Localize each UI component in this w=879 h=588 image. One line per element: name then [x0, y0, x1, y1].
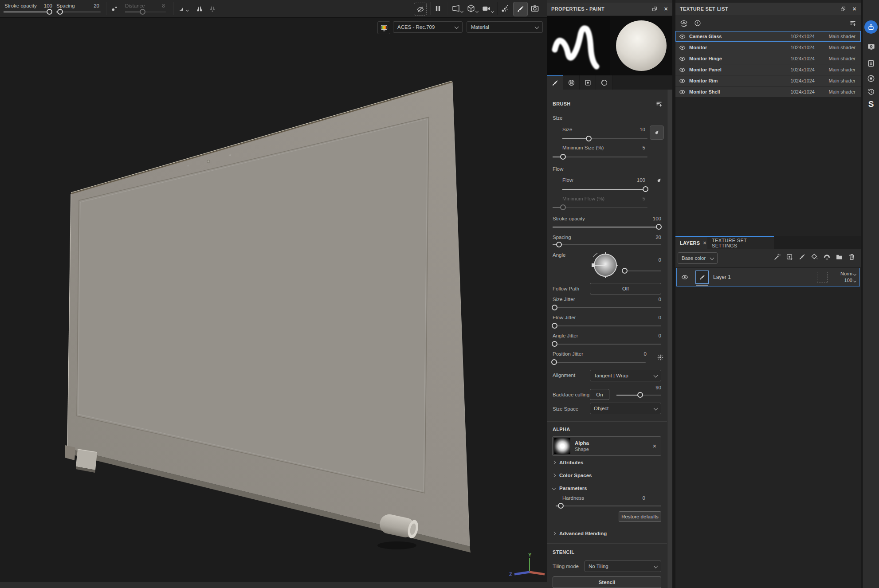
visibility-eye-icon[interactable] — [679, 89, 686, 95]
attributes-collapsible[interactable]: Attributes — [553, 460, 583, 465]
tab-layers[interactable]: LAYERS × — [675, 237, 707, 249]
parameters-collapsible[interactable]: Parameters — [553, 486, 587, 491]
tab-alpha[interactable] — [563, 75, 580, 90]
alignment-label: Alignment — [553, 372, 575, 378]
close-tab-icon[interactable]: × — [703, 240, 706, 246]
spacing-slider[interactable] — [553, 242, 661, 247]
alignment-dropdown[interactable]: Tangent | Wrap — [590, 370, 661, 381]
popout-icon[interactable] — [651, 6, 658, 12]
renderer-button[interactable] — [863, 74, 879, 82]
camera-view-icon[interactable] — [482, 4, 494, 13]
3d-view-icon[interactable] — [467, 4, 478, 13]
angle-dial[interactable] — [589, 249, 621, 281]
tiling-mode-dropdown[interactable]: No Tiling — [585, 561, 661, 572]
size-pen-pressure-button[interactable] — [650, 125, 664, 140]
radial-symmetry-icon[interactable] — [208, 4, 216, 12]
tab-texture-set-settings[interactable]: TEXTURE SET SETTINGS — [707, 237, 774, 249]
visibility-eye-icon[interactable] — [679, 33, 686, 40]
add-paint-layer-icon[interactable] — [798, 253, 806, 261]
spacing-dots-icon[interactable] — [111, 5, 118, 12]
distance-slider[interactable] — [125, 9, 166, 15]
texture-set-row[interactable]: Monitor Shell 1024x1024 Main shader — [675, 86, 861, 97]
size-jitter-label: Size Jitter — [553, 297, 575, 302]
texture-set-filter-icon[interactable] — [849, 20, 856, 27]
log-button[interactable] — [863, 59, 879, 67]
tab-stencil[interactable] — [580, 75, 596, 90]
size-slider[interactable] — [562, 136, 647, 141]
texture-set-row[interactable]: Camera Glass 1024x1024 Main shader — [675, 31, 861, 42]
min-size-slider[interactable] — [553, 154, 647, 160]
layer-thumbnail[interactable] — [695, 270, 709, 284]
position-jitter-slider[interactable] — [553, 359, 646, 365]
add-smart-material-icon[interactable] — [786, 253, 793, 261]
layer-row-layer1[interactable]: Layer 1 Norm 100 — [676, 268, 860, 286]
backface-slider[interactable] — [616, 392, 661, 398]
display-settings-button[interactable] — [863, 43, 879, 51]
stroke-opacity-slider[interactable] — [553, 224, 661, 230]
visibility-eye-icon[interactable] — [679, 67, 686, 73]
properties-scrollbar[interactable] — [667, 90, 672, 588]
stencil-button[interactable]: Stencil — [553, 576, 661, 588]
follow-path-toggle[interactable]: Off — [590, 283, 661, 294]
visibility-eye-icon[interactable] — [679, 55, 686, 62]
flow-slider[interactable] — [562, 186, 647, 192]
tab-brush[interactable] — [547, 75, 563, 90]
3d-viewport[interactable]: ACES - Rec.709 Material Y Z X — [0, 18, 547, 588]
viewport-mode-icon[interactable] — [451, 4, 463, 13]
history-button[interactable] — [863, 88, 879, 96]
export-button[interactable] — [863, 20, 879, 34]
visibility-eye-icon[interactable] — [679, 78, 686, 84]
projection-tool-icon[interactable] — [530, 4, 539, 13]
layer-blend-mode[interactable]: Norm — [830, 270, 856, 277]
solo-visibility-icon[interactable] — [694, 20, 701, 27]
spacing-slider[interactable] — [56, 9, 101, 15]
brush-presets-menu-icon[interactable] — [655, 100, 663, 107]
tab-material[interactable] — [596, 75, 612, 90]
channel-dropdown[interactable]: Base color — [678, 252, 718, 264]
size-space-dropdown[interactable]: Object — [590, 403, 661, 414]
close-icon[interactable]: × — [664, 6, 668, 12]
color-spaces-collapsible[interactable]: Color Spaces — [553, 473, 592, 478]
display-color-icon[interactable] — [377, 21, 390, 34]
flow-jitter-slider[interactable] — [553, 323, 661, 329]
popout-icon[interactable] — [840, 6, 846, 12]
color-profile-dropdown[interactable]: ACES - Rec.709 — [393, 21, 463, 33]
add-folder-icon[interactable] — [836, 253, 843, 261]
stroke-opacity-slider[interactable] — [4, 9, 51, 15]
properties-header: PROPERTIES - PAINT × — [547, 3, 672, 15]
falloff-curve-icon[interactable] — [178, 4, 188, 12]
shading-mode-dropdown[interactable]: Material — [467, 21, 543, 33]
hardness-slider[interactable] — [556, 503, 661, 509]
substance-share-button[interactable]: S — [863, 99, 879, 109]
flow-pen-pressure-icon[interactable] — [656, 177, 662, 184]
size-jitter-slider[interactable] — [553, 305, 661, 310]
layer-opacity[interactable]: 100 — [830, 277, 856, 284]
add-smart-mask-icon[interactable] — [823, 253, 831, 261]
texture-set-row[interactable]: Monitor Hinge 1024x1024 Main shader — [675, 53, 861, 64]
texture-set-row[interactable]: Monitor Panel 1024x1024 Main shader — [675, 64, 861, 75]
texture-set-row[interactable]: Monitor 1024x1024 Main shader — [675, 42, 861, 53]
particle-brush-icon[interactable] — [501, 4, 510, 13]
geometry-mask-off-icon[interactable] — [414, 3, 427, 16]
add-effect-icon[interactable] — [773, 253, 781, 261]
backface-toggle[interactable]: On — [590, 389, 609, 400]
alpha-clear-icon[interactable]: × — [653, 443, 656, 449]
add-fill-layer-icon[interactable] — [811, 253, 818, 261]
texture-set-row[interactable]: Monitor Rim 1024x1024 Main shader — [675, 75, 861, 86]
position-jitter-settings-icon[interactable] — [657, 354, 664, 361]
restore-defaults-button[interactable]: Restore defaults — [619, 511, 661, 522]
visibility-eye-icon[interactable] — [679, 44, 686, 51]
symmetry-icon[interactable] — [196, 4, 204, 12]
toggle-all-visibility-icon[interactable] — [680, 19, 688, 27]
angle-slider[interactable] — [623, 268, 661, 274]
min-flow-slider[interactable] — [553, 204, 647, 210]
paint-tool-button[interactable] — [513, 2, 528, 16]
layer-visibility-icon[interactable] — [681, 274, 688, 281]
close-icon[interactable]: × — [852, 6, 856, 12]
angle-jitter-slider[interactable] — [553, 341, 661, 347]
layer-mask-slot[interactable] — [817, 272, 828, 282]
advanced-blending-collapsible[interactable]: Advanced Blending — [553, 531, 607, 536]
delete-layer-icon[interactable] — [848, 253, 855, 261]
alpha-resource[interactable]: Alpha Shape × — [552, 436, 661, 456]
pause-engine-icon[interactable] — [434, 5, 442, 12]
